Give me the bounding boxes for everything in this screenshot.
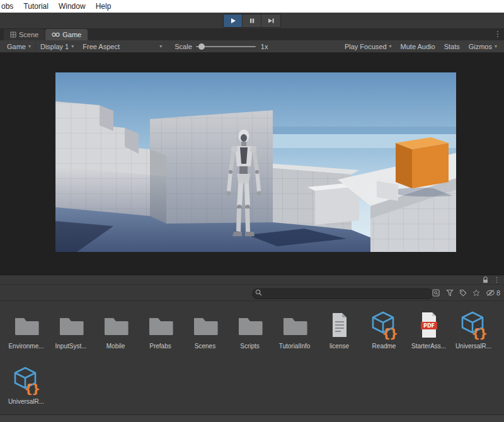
asset-label: Scenes bbox=[183, 343, 227, 350]
step-forward-icon bbox=[268, 18, 275, 24]
project-kebab-menu[interactable]: ⋮ bbox=[493, 277, 500, 283]
game-view-toolbar: Game ▾ Display 1 ▾ Free Aspect ▾ Scale 1… bbox=[0, 40, 504, 53]
text-file-icon bbox=[324, 310, 355, 340]
menu-item-window[interactable]: Window bbox=[54, 0, 91, 13]
chevron-down-icon: ▾ bbox=[389, 43, 392, 49]
asset-item[interactable]: Environme... bbox=[4, 310, 49, 362]
game-view-mode-dropdown[interactable]: Game ▾ bbox=[3, 40, 36, 52]
display-label: Display 1 bbox=[40, 43, 69, 50]
grid-icon bbox=[10, 31, 16, 38]
play-button[interactable] bbox=[224, 14, 243, 27]
asset-item[interactable]: { } Readme bbox=[362, 310, 406, 362]
play-focused-label: Play Focused bbox=[345, 43, 387, 50]
unity-asset-icon: { } bbox=[11, 365, 42, 396]
svg-text:}: } bbox=[478, 326, 487, 340]
stats-button[interactable]: Stats bbox=[440, 40, 464, 52]
chevron-down-icon: ▾ bbox=[495, 43, 497, 49]
project-panel-header: ⋮ bbox=[0, 275, 504, 285]
view-tabstrip: Scene Game ⋮ bbox=[0, 29, 504, 40]
step-button[interactable] bbox=[261, 14, 280, 27]
asset-item[interactable]: license bbox=[317, 310, 362, 362]
asset-label: Mobile bbox=[93, 343, 138, 350]
lock-icon[interactable] bbox=[482, 276, 489, 283]
chevron-down-icon: ▾ bbox=[71, 43, 74, 49]
favorites-star-icon[interactable] bbox=[472, 289, 480, 297]
asset-item[interactable]: PDF StarterAss... bbox=[406, 310, 451, 362]
aspect-label: Free Aspect bbox=[83, 43, 120, 50]
gizmos-dropdown[interactable]: Gizmos ▾ bbox=[464, 40, 501, 52]
scale-value: 1x bbox=[260, 40, 273, 52]
tabstrip-kebab-menu[interactable]: ⋮ bbox=[494, 30, 501, 38]
menu-item-tutorial[interactable]: Tutorial bbox=[18, 0, 54, 13]
transport-controls bbox=[223, 14, 281, 28]
folder-icon bbox=[11, 310, 42, 340]
folder-icon bbox=[56, 310, 86, 340]
folder-icon bbox=[235, 310, 265, 340]
game-viewport bbox=[0, 53, 504, 275]
chevron-down-icon: ▾ bbox=[28, 43, 31, 49]
menu-item-help[interactable]: Help bbox=[91, 0, 117, 13]
asset-item[interactable]: InputSyst... bbox=[49, 310, 93, 362]
filter-by-label-icon[interactable] bbox=[459, 289, 467, 297]
pause-button[interactable] bbox=[243, 14, 261, 27]
filter-by-type-icon[interactable] bbox=[446, 289, 454, 297]
asset-label: UniversalR... bbox=[4, 398, 49, 405]
asset-item[interactable]: Scripts bbox=[227, 310, 272, 362]
svg-text:}: } bbox=[389, 326, 398, 340]
asset-grid: Environme... InputSyst... bbox=[0, 301, 504, 414]
tab-scene[interactable]: Scene bbox=[4, 29, 45, 40]
folder-icon bbox=[190, 310, 220, 340]
asset-label: UniversalR... bbox=[451, 343, 496, 350]
game-view[interactable] bbox=[55, 72, 456, 252]
asset-item[interactable]: Scenes bbox=[183, 310, 227, 362]
asset-label: license bbox=[317, 343, 362, 350]
visibility-eye-icon bbox=[486, 289, 495, 297]
tab-game-label: Game bbox=[62, 31, 81, 38]
svg-text:}: } bbox=[31, 381, 40, 396]
chevron-down-icon: ▾ bbox=[159, 43, 162, 49]
asset-item[interactable]: TutorialInfo bbox=[272, 310, 317, 362]
asset-label: Prefabs bbox=[138, 343, 183, 350]
asset-label: Scripts bbox=[227, 343, 272, 350]
asset-item[interactable]: { } UniversalR... bbox=[451, 310, 496, 362]
project-search-row: 8 bbox=[0, 285, 504, 301]
folder-icon bbox=[146, 310, 176, 340]
unity-asset-icon: { } bbox=[459, 310, 489, 340]
asset-item[interactable]: Mobile bbox=[93, 310, 138, 362]
svg-text:PDF: PDF bbox=[423, 323, 435, 329]
asset-label: Readme bbox=[362, 343, 406, 350]
play-focused-dropdown[interactable]: Play Focused ▾ bbox=[340, 40, 396, 52]
pause-icon bbox=[249, 18, 255, 24]
main-menubar: obs Tutorial Window Help bbox=[0, 0, 504, 13]
folder-icon bbox=[280, 310, 310, 340]
asset-label: InputSyst... bbox=[49, 343, 93, 350]
asset-label: TutorialInfo bbox=[272, 343, 317, 350]
scale-slider-knob[interactable] bbox=[198, 43, 205, 50]
scale-slider[interactable] bbox=[196, 46, 256, 47]
folder-icon bbox=[101, 310, 131, 340]
packages-visibility-toggle[interactable]: 8 bbox=[486, 289, 500, 297]
open-in-search-icon[interactable] bbox=[432, 289, 440, 297]
tab-scene-label: Scene bbox=[19, 31, 38, 38]
pdf-file-icon: PDF bbox=[414, 310, 444, 340]
editor-toolbar bbox=[0, 13, 504, 29]
center-wall bbox=[150, 110, 273, 231]
search-icon bbox=[255, 289, 262, 296]
mute-audio-button[interactable]: Mute Audio bbox=[396, 40, 440, 52]
tab-game[interactable]: Game bbox=[45, 29, 88, 40]
asset-item[interactable]: Prefabs bbox=[138, 310, 183, 362]
menu-item-partial[interactable]: obs bbox=[0, 0, 18, 13]
gizmos-label: Gizmos bbox=[469, 43, 492, 50]
mid-wall bbox=[273, 164, 359, 230]
asset-label: StarterAss... bbox=[406, 343, 451, 350]
game-render bbox=[55, 72, 456, 252]
search-box bbox=[252, 287, 433, 298]
game-view-icon bbox=[52, 31, 60, 38]
play-icon bbox=[230, 18, 236, 24]
aspect-ratio-dropdown[interactable]: Free Aspect ▾ bbox=[78, 40, 166, 52]
asset-item[interactable]: { } UniversalR... bbox=[4, 365, 49, 414]
unity-asset-icon: { } bbox=[369, 310, 399, 340]
search-input[interactable] bbox=[252, 288, 433, 299]
asset-label: Environme... bbox=[4, 343, 49, 350]
display-dropdown[interactable]: Display 1 ▾ bbox=[36, 40, 78, 52]
